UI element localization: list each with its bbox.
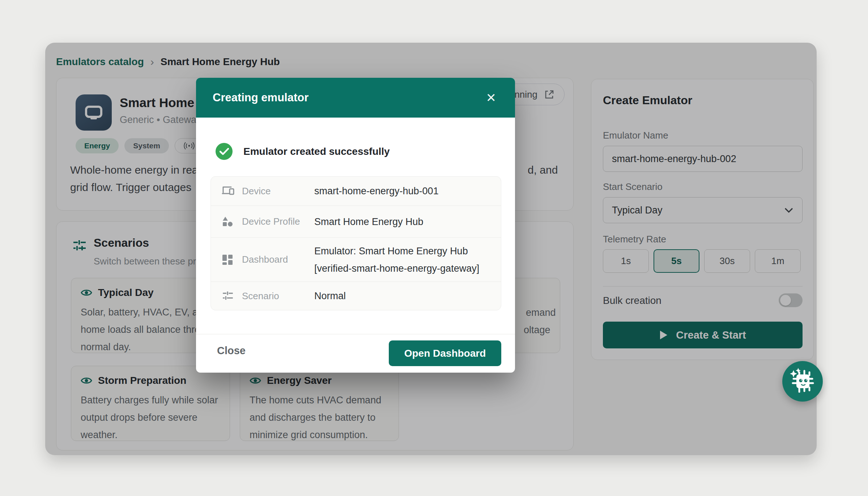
app-window: Emulators catalog › Smart Home Energy Hu… (45, 43, 817, 455)
emulator-details-box: Device smart-home-energy-hub-001 Device … (210, 176, 501, 310)
detail-row-scenario: Scenario Normal (211, 282, 501, 310)
close-icon[interactable]: ✕ (486, 92, 497, 104)
modal-header: Creating emulator ✕ (196, 78, 515, 118)
modal-footer-divider (196, 334, 515, 334)
close-button[interactable]: Close (217, 345, 246, 357)
open-dashboard-label: Open Dashboard (404, 348, 486, 359)
detail-row-device-profile: Device Profile Smart Home Energy Hub (211, 206, 501, 238)
assistant-mascot-button[interactable] (782, 361, 823, 402)
modal-title: Creating emulator (213, 91, 309, 104)
detail-label: Device Profile (242, 216, 314, 227)
shapes-icon (222, 216, 242, 228)
creating-emulator-modal: Creating emulator ✕ Emulator created suc… (196, 78, 515, 373)
detail-value-scenario: Normal (314, 287, 346, 305)
detail-row-dashboard: Dashboard Emulator: Smart Home Energy Hu… (211, 238, 501, 282)
success-check-icon (216, 143, 233, 160)
detail-row-device: Device smart-home-energy-hub-001 (211, 177, 501, 206)
dashboard-icon (222, 254, 242, 266)
devices-icon (222, 186, 242, 196)
detail-label: Device (242, 186, 314, 197)
detail-label: Dashboard (242, 254, 314, 265)
detail-value-device-profile: Smart Home Energy Hub (314, 213, 424, 230)
detail-value-dashboard: Emulator: Smart Home Energy Hub [verifie… (314, 242, 479, 277)
dashboard-value-line1: Emulator: Smart Home Energy Hub (314, 242, 479, 260)
dashboard-value-line2: [verified-smart-home-energy-gateway] (314, 260, 479, 277)
success-message: Emulator created successfully (243, 146, 390, 157)
chip-mascot-icon (788, 367, 817, 395)
detail-label: Scenario (242, 291, 314, 302)
sliders-icon (222, 290, 242, 302)
success-row: Emulator created successfully (216, 143, 390, 160)
open-dashboard-button[interactable]: Open Dashboard (389, 340, 501, 366)
detail-value-device: smart-home-energy-hub-001 (314, 182, 439, 200)
